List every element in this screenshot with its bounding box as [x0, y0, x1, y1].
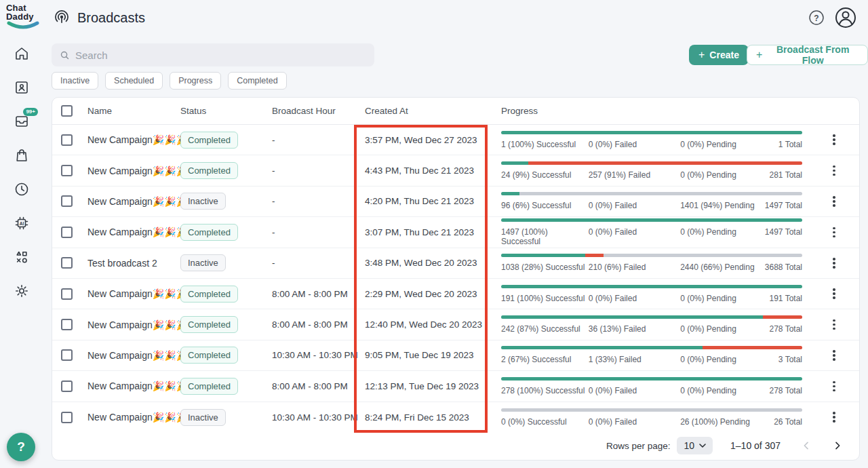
row-checkbox[interactable]	[61, 165, 73, 176]
sidebar-item-integrations[interactable]	[14, 249, 30, 265]
table-row[interactable]: New Campaign🎉🎉🎉 Completed - 4:43 PM, Thu…	[52, 155, 859, 186]
previous-page-button[interactable]	[798, 437, 814, 454]
broadcast-hour: -	[272, 258, 365, 268]
row-menu-button[interactable]	[809, 409, 859, 425]
row-checkbox[interactable]	[61, 195, 73, 207]
select-all-checkbox[interactable]	[61, 105, 73, 117]
sidebar-item-home[interactable]	[14, 45, 30, 62]
progress-bar	[501, 285, 802, 288]
status-badge: Inactive	[180, 193, 226, 210]
row-menu-button[interactable]	[809, 163, 859, 179]
progress-cell: 96 (6%) Successful 0 (0%) Failed 1401 (9…	[501, 192, 809, 210]
status-badge: Inactive	[180, 254, 226, 271]
column-header-status: Status	[180, 106, 272, 116]
progress-cell: 191 (100%) Successful 0 (0%) Failed 0 (0…	[501, 285, 809, 303]
table-row[interactable]: New Campaign🎉🎉🎉 Completed - 3:57 PM, Wed…	[52, 125, 859, 155]
table-row[interactable]: New Campaign🎉🎉🎉 Completed 10:30 AM - 10:…	[52, 340, 859, 371]
successful-stat: 242 (87%) Successful	[501, 324, 589, 334]
broadcast-name: New Campaign🎉🎉🎉	[87, 319, 180, 330]
successful-stat: 1 (100%) Successful	[501, 140, 589, 149]
pending-stat: 0 (0%) Pending	[680, 294, 769, 303]
table-row[interactable]: New Campaign🎉🎉🎉 Completed 8:00 AM - 8:00…	[52, 371, 859, 402]
successful-stat: 1038 (28%) Successful	[501, 262, 589, 272]
row-menu-button[interactable]	[809, 286, 859, 302]
created-at: 8:24 PM, Fri Dec 15 2023	[365, 412, 501, 423]
sidebar-item-inbox[interactable]: 99+	[14, 113, 30, 130]
table-row[interactable]: New Campaign🎉🎉🎉 Completed 8:00 AM - 8:00…	[52, 309, 859, 340]
total-stat: 281 Total	[770, 170, 803, 180]
broadcast-hour: 8:00 AM - 8:00 PM	[272, 289, 365, 299]
row-checkbox[interactable]	[61, 288, 73, 300]
progress-cell: 24 (9%) Successful 257 (91%) Failed 0 (0…	[501, 161, 809, 180]
next-page-button[interactable]	[829, 437, 846, 454]
search-icon	[60, 50, 70, 60]
sidebar-item-contacts[interactable]	[14, 79, 30, 96]
kebab-icon	[830, 409, 838, 425]
shop-bag-icon	[14, 147, 30, 163]
sidebar-item-settings[interactable]	[14, 283, 30, 299]
row-checkbox[interactable]	[61, 412, 73, 423]
row-menu-button[interactable]	[809, 347, 859, 364]
filter-chip-inactive[interactable]: Inactive	[52, 72, 98, 90]
kebab-icon	[830, 347, 838, 364]
row-checkbox[interactable]	[61, 319, 73, 330]
row-checkbox[interactable]	[61, 349, 73, 361]
progress-success-segment	[501, 218, 802, 222]
history-clock-icon	[14, 181, 30, 197]
avatar-icon[interactable]	[834, 6, 857, 29]
row-checkbox[interactable]	[61, 134, 73, 146]
progress-cell: 1038 (28%) Successful 210 (6%) Failed 24…	[501, 254, 809, 272]
rows-per-page-select[interactable]: 10	[677, 437, 713, 454]
broadcast-hour: -	[272, 196, 365, 206]
sidebar-item-ai[interactable]: AI	[14, 215, 30, 231]
table-row[interactable]: New Campaign🎉🎉🎉 Completed - 3:07 PM, Thu…	[52, 217, 859, 248]
successful-stat: 0 (0%) Successful	[501, 417, 589, 427]
row-menu-button[interactable]	[809, 255, 859, 271]
table-body: New Campaign🎉🎉🎉 Completed - 3:57 PM, Wed…	[52, 125, 859, 433]
broadcast-name: New Campaign🎉🎉🎉	[87, 412, 180, 423]
search-box	[52, 43, 374, 66]
row-menu-button[interactable]	[809, 132, 859, 148]
floating-help-button[interactable]: ?	[7, 433, 35, 461]
status-badge: Completed	[180, 224, 238, 241]
sidebar-item-shop[interactable]	[14, 147, 30, 163]
plus-icon: +	[698, 50, 705, 60]
filter-chip-completed[interactable]: Completed	[228, 72, 286, 90]
search-input[interactable]	[75, 50, 366, 61]
table-row[interactable]: Test broadcast 2 Inactive - 3:48 PM, Wed…	[52, 248, 859, 279]
row-checkbox[interactable]	[61, 381, 73, 392]
settings-gear-icon	[14, 283, 30, 299]
home-icon	[14, 45, 30, 62]
row-menu-button[interactable]	[809, 225, 859, 241]
table-row[interactable]: New Campaign🎉🎉🎉 Inactive - 4:20 PM, Thu …	[52, 187, 859, 217]
inbox-unread-badge: 99+	[23, 108, 38, 116]
total-stat: 278 Total	[770, 386, 803, 395]
status-filter-chips: Inactive Scheduled Progress Completed	[52, 72, 287, 90]
total-stat: 278 Total	[770, 324, 803, 334]
help-icon[interactable]: ?	[808, 9, 825, 26]
sidebar: 99+ AI	[0, 35, 43, 468]
progress-bar	[501, 218, 802, 222]
failed-stat: 0 (0%) Failed	[589, 201, 680, 210]
create-button[interactable]: + Create	[689, 45, 749, 65]
progress-cell: 1 (100%) Successful 0 (0%) Failed 0 (0%)…	[501, 131, 809, 149]
failed-stat: 0 (0%) Failed	[589, 417, 680, 427]
row-menu-button[interactable]	[809, 317, 859, 333]
filter-chip-scheduled[interactable]: Scheduled	[105, 72, 163, 90]
sidebar-item-history[interactable]	[14, 181, 30, 197]
row-checkbox[interactable]	[61, 227, 73, 238]
status-badge: Completed	[180, 286, 238, 303]
row-menu-button[interactable]	[809, 378, 859, 395]
table-row[interactable]: New Campaign🎉🎉🎉 Inactive 10:30 AM - 10:3…	[52, 402, 859, 433]
table-row[interactable]: New Campaign🎉🎉🎉 Completed 8:00 AM - 8:00…	[52, 279, 859, 309]
pending-stat: 1401 (94%) Pending	[680, 201, 765, 210]
progress-success-segment	[501, 254, 585, 257]
filter-chip-progress[interactable]: Progress	[170, 72, 221, 90]
chatdaddy-logo[interactable]: Chat Daddy	[6, 3, 44, 31]
row-checkbox[interactable]	[61, 257, 73, 269]
broadcast-from-flow-button[interactable]: + Broadcast From Flow	[747, 45, 868, 65]
progress-bar	[501, 346, 802, 349]
total-stat: 26 Total	[774, 417, 802, 427]
row-menu-button[interactable]	[809, 193, 859, 210]
total-stat: 1497 Total	[765, 201, 802, 210]
